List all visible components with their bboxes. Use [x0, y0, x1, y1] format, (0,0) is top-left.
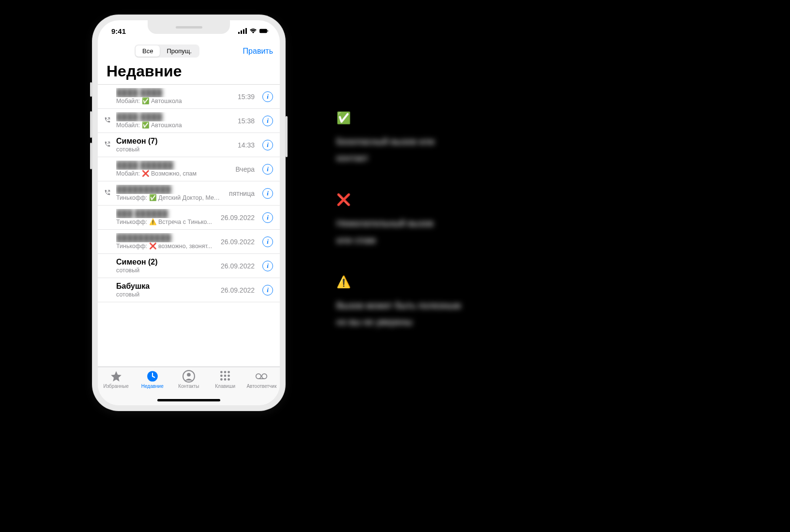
- tab-voicemail[interactable]: Автоответчик: [244, 370, 278, 405]
- caller-subtitle: Тинькофф: ❌ возможно, звонят...: [116, 242, 214, 250]
- tab-label: Контакты: [178, 384, 199, 389]
- keypad-icon: [219, 370, 231, 383]
- segment-missed[interactable]: Пропущ.: [160, 45, 198, 57]
- call-time: 26.09.2022: [221, 262, 255, 270]
- home-indicator[interactable]: [157, 399, 220, 401]
- info-button[interactable]: i: [262, 212, 273, 223]
- segment-all[interactable]: Все: [136, 45, 160, 57]
- page-title: Недавние: [98, 61, 280, 84]
- outgoing-call-icon: [104, 117, 111, 125]
- caller-name: Симеон (2): [116, 257, 214, 266]
- call-main: ██████████Тинькофф: ❌ возможно, звонят..…: [116, 233, 214, 250]
- svg-point-11: [228, 371, 230, 373]
- svg-rect-5: [268, 30, 268, 32]
- legend-emoji: ❌: [336, 193, 461, 207]
- edit-button[interactable]: Править: [243, 47, 273, 56]
- legend-text: Безопасный вызов иликонтакт: [336, 133, 461, 166]
- outgoing-call-icon: [104, 141, 111, 149]
- call-main: ████ ████Мобайл: ✅ Автошкола: [116, 112, 231, 129]
- tab-label: Автоответчик: [246, 384, 276, 389]
- info-button[interactable]: i: [262, 116, 273, 126]
- svg-point-9: [220, 371, 223, 373]
- call-main: ███ ██████Тинькофф: ⚠️ Встреча с Тинько.…: [116, 209, 214, 226]
- caller-subtitle: Тинькофф: ✅ Детский Доктор, Мед...: [116, 194, 222, 202]
- nav-bar: Все Пропущ. Править: [98, 42, 280, 61]
- battery-icon: [259, 28, 268, 34]
- info-button[interactable]: i: [262, 285, 273, 296]
- call-row[interactable]: Симеон (7)сотовый14:33i: [98, 133, 280, 157]
- cellular-icon: [238, 28, 247, 34]
- svg-point-14: [228, 375, 230, 377]
- caller-name: ████ ████: [116, 112, 231, 121]
- call-main: ████ ██████Мобайл: ❌ Возможно, спам: [116, 161, 228, 177]
- info-button[interactable]: i: [262, 236, 273, 247]
- status-icons: [238, 28, 268, 34]
- call-row[interactable]: ████ ██████Мобайл: ❌ Возможно, спамВчера…: [98, 157, 280, 181]
- person-icon: [182, 370, 195, 383]
- call-main: ████ ████Мобайл: ✅ Автошкола: [116, 88, 231, 105]
- legend-item: ✅Безопасный вызов иликонтакт: [336, 111, 461, 166]
- call-time: 14:33: [238, 141, 255, 149]
- caller-name: ███ ██████: [116, 209, 214, 218]
- call-row[interactable]: ████ ████Мобайл: ✅ Автошкола15:39i: [98, 85, 280, 109]
- tab-label: Недавние: [141, 384, 164, 389]
- info-button[interactable]: i: [262, 164, 273, 175]
- svg-point-19: [262, 374, 267, 379]
- call-row[interactable]: ██████████Тинькофф: ✅ Детский Доктор, Ме…: [98, 181, 280, 206]
- svg-rect-4: [259, 29, 267, 33]
- caller-subtitle: сотовый: [116, 291, 214, 298]
- outgoing-call-icon: [104, 189, 111, 198]
- call-time: пятница: [229, 190, 255, 197]
- side-button: [90, 82, 92, 97]
- call-main: ██████████Тинькофф: ✅ Детский Доктор, Ме…: [116, 185, 222, 202]
- call-row[interactable]: ███ ██████Тинькофф: ⚠️ Встреча с Тинько.…: [98, 206, 280, 230]
- svg-rect-1: [241, 30, 242, 34]
- legend-item: ❌Нежелательный вызовили спам: [336, 193, 461, 248]
- legend: ✅Безопасный вызов иликонтакт❌Нежелательн…: [336, 111, 461, 357]
- svg-point-16: [224, 378, 227, 381]
- call-row[interactable]: ████ ████Мобайл: ✅ Автошкола15:38i: [98, 109, 280, 133]
- status-time: 9:41: [111, 27, 126, 35]
- call-row[interactable]: Симеон (2)сотовый26.09.2022i: [98, 254, 280, 278]
- call-time: 26.09.2022: [221, 286, 255, 294]
- call-time: 26.09.2022: [221, 238, 255, 246]
- caller-subtitle: сотовый: [116, 266, 214, 274]
- tab-favorites[interactable]: Избранные: [99, 370, 133, 405]
- svg-point-13: [224, 375, 227, 377]
- caller-name: ████ ██████: [116, 161, 228, 170]
- caller-subtitle: Мобайл: ✅ Автошкола: [116, 121, 231, 129]
- clock-icon: [146, 370, 159, 383]
- caller-subtitle: Мобайл: ✅ Автошкола: [116, 97, 231, 105]
- side-button: [90, 143, 92, 169]
- caller-name: ██████████: [116, 233, 214, 242]
- info-button[interactable]: i: [262, 188, 273, 199]
- call-row[interactable]: ██████████Тинькофф: ❌ возможно, звонят..…: [98, 230, 280, 254]
- phone-screen: 9:41 Все Пропущ. Править Недавние ████ █…: [98, 20, 280, 405]
- tab-label: Клавиши: [215, 384, 235, 389]
- recents-list[interactable]: ████ ████Мобайл: ✅ Автошкола15:39i████ █…: [98, 85, 280, 367]
- caller-name: Симеон (7): [116, 136, 231, 146]
- svg-point-15: [220, 378, 223, 381]
- legend-emoji: ⚠️: [336, 275, 461, 289]
- svg-point-17: [228, 378, 230, 381]
- segmented-control[interactable]: Все Пропущ.: [135, 44, 199, 58]
- side-button: [286, 116, 288, 157]
- svg-rect-2: [243, 30, 244, 34]
- call-direction-col: [103, 117, 112, 125]
- call-row[interactable]: Бабушкасотовый26.09.2022i: [98, 278, 280, 302]
- phone-notch: [148, 20, 230, 34]
- info-button[interactable]: i: [262, 140, 273, 150]
- info-button[interactable]: i: [262, 261, 273, 271]
- tab-label: Избранные: [103, 384, 128, 389]
- call-main: Симеон (7)сотовый: [116, 136, 231, 153]
- legend-text: Вызов может быть полезнымно вы не уверен…: [336, 297, 461, 330]
- star-icon: [110, 370, 122, 383]
- svg-point-18: [256, 374, 261, 379]
- legend-item: ⚠️Вызов может быть полезнымно вы не увер…: [336, 275, 461, 330]
- info-button[interactable]: i: [262, 91, 273, 102]
- svg-rect-3: [245, 28, 247, 34]
- wifi-icon: [249, 28, 258, 34]
- call-time: Вчера: [235, 165, 255, 173]
- call-main: Симеон (2)сотовый: [116, 257, 214, 274]
- caller-name: ██████████: [116, 185, 222, 194]
